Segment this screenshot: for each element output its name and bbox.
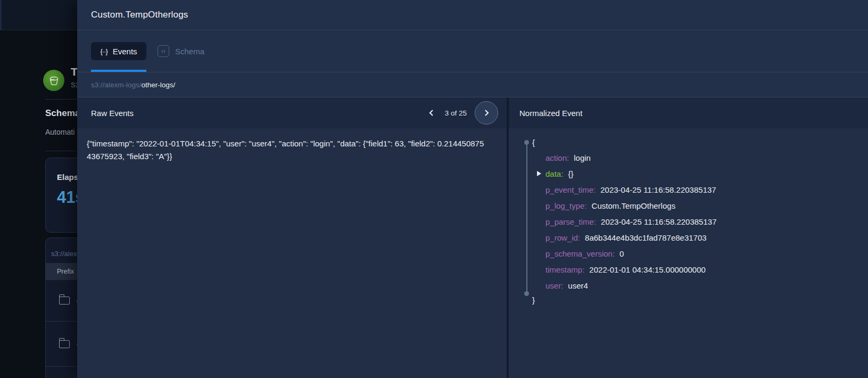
event-field-data[interactable]: data {} [509,166,868,182]
breadcrumb-prefix-link[interactable]: s3://alexm-logs/ [91,81,142,89]
tab-events[interactable]: {··} Events [91,42,146,60]
chevron-right-icon [483,109,490,117]
field-value: 2023-04-25 11:16:58.220385137 [601,217,716,226]
breadcrumb-current: other-logs/ [142,81,176,89]
drawer-title: Custom.TempOtherlogs [91,10,188,20]
field-key: p_log_type [545,201,587,210]
field-value: Custom.TempOtherlogs [592,201,676,210]
folder-icon [59,340,70,348]
schema-subtext-clipped: Automati [45,128,75,136]
normalized-event-header: Normalized Event [509,97,868,128]
event-field-p-log-type: p_log_type Custom.TempOtherlogs [509,198,868,213]
tab-schema[interactable]: ‹› Schema [158,45,204,57]
field-key: action [545,153,569,162]
curly-braces-icon: {··} [100,47,107,55]
event-pager: 3 of 25 [426,101,498,125]
pager-label: 3 of 25 [445,109,467,117]
normalized-event-title: Normalized Event [519,109,582,118]
field-key: user [545,281,563,290]
log-source-drawer: Custom.TempOtherlogs {··} Events ‹› Sche… [77,0,868,378]
field-value: 0 [619,249,624,258]
event-field-p-schema-version: p_schema_version 0 [509,245,868,261]
field-key: p_schema_version [545,249,615,258]
field-value: user4 [568,281,588,290]
field-value: 8a6b344e4b3dc1fad787e8e31703 [585,233,707,242]
source-title-clipped: T [71,65,78,78]
drawer-content: Raw Events 3 of 25 {"timestamp": "2022-0… [77,97,868,378]
previous-event-button[interactable] [426,107,437,119]
folder-icon [59,297,70,305]
raw-event-json: {"timestamp": "2022-01-01T04:34:15", "us… [87,137,485,163]
code-brackets-icon: ‹› [158,45,169,57]
normalized-event-tree: { action login data {} p_event_time 2023… [509,128,868,306]
breadcrumb: s3://alexm-logs/ other-logs/ [77,72,868,97]
chevron-left-icon [428,109,435,117]
tree-node-dot [524,140,529,145]
event-field-action: action login [509,150,868,166]
tab-events-label: Events [113,47,137,56]
background-top-bar-edge [0,0,2,30]
event-field-p-row-id: p_row_id 8a6b344e4b3dc1fad787e8e31703 [509,229,868,245]
event-field-user: user user4 [509,277,868,293]
field-value: 2023-04-25 11:16:58.220385137 [600,185,716,194]
next-event-button[interactable] [475,101,498,125]
field-key: p_row_id [545,233,580,242]
event-field-p-parse-time: p_parse_time 2023-04-25 11:16:58.2203851… [509,213,868,229]
field-value: {} [568,169,573,178]
field-key: data [545,169,563,178]
field-key: timestamp [545,265,584,274]
raw-events-header: Raw Events 3 of 25 [77,97,507,128]
drawer-header: Custom.TempOtherlogs [77,0,868,30]
tab-schema-label: Schema [175,47,204,56]
field-value: login [574,153,591,162]
field-key: p_parse_time [545,217,596,226]
elapsed-label: Elaps [57,172,78,182]
json-open-brace: { [509,135,868,150]
raw-events-pane: Raw Events 3 of 25 {"timestamp": "2022-0… [77,97,507,378]
raw-event-body: {"timestamp": "2022-01-01T04:34:15", "us… [77,128,507,172]
raw-events-title: Raw Events [91,109,134,118]
normalized-event-pane: Normalized Event { action login data {} [509,97,868,378]
event-field-p-event-time: p_event_time 2023-04-25 11:16:58.2203851… [509,182,868,198]
json-close-brace: } [509,293,868,306]
event-field-timestamp: timestamp 2022-01-01 04:34:15.000000000 [509,261,868,277]
s3-bucket-icon [43,70,64,91]
schema-heading-clipped: Schema [45,108,80,119]
tab-bar: {··} Events ‹› Schema [77,30,868,72]
expand-caret-icon[interactable] [537,171,541,176]
field-value: 2022-01-01 04:34:15.000000000 [589,265,706,274]
field-key: p_event_time [545,185,596,194]
active-tab-indicator [91,70,146,72]
screen: T S3 Schema Automati Elaps 41s s3://alex… [0,0,868,378]
